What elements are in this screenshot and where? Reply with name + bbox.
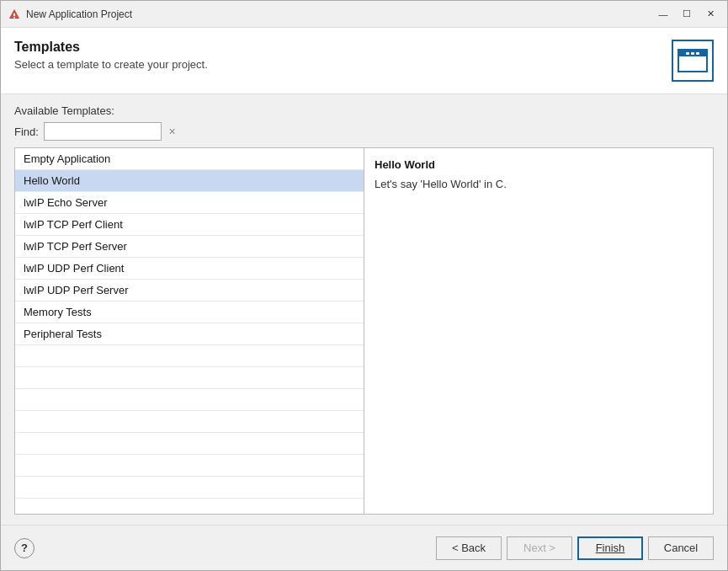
detail-title: Hello World bbox=[375, 158, 703, 171]
window-content: Templates Select a template to create yo… bbox=[1, 28, 727, 570]
footer-left: ? bbox=[14, 538, 35, 558]
list-item[interactable]: lwIP Echo Server bbox=[15, 192, 364, 214]
title-bar: New Application Project — ☐ ✕ bbox=[1, 1, 727, 28]
list-item[interactable]: lwIP UDP Perf Client bbox=[15, 258, 364, 280]
list-item[interactable]: lwIP UDP Perf Server bbox=[15, 280, 364, 302]
list-item[interactable]: Hello World bbox=[15, 170, 364, 192]
page-header: Templates Select a template to create yo… bbox=[1, 28, 727, 94]
list-item-empty bbox=[15, 455, 364, 477]
list-item-empty bbox=[15, 411, 364, 433]
list-item[interactable]: lwIP TCP Perf Client bbox=[15, 214, 364, 236]
find-clear-button[interactable]: ✕ bbox=[167, 126, 178, 137]
footer-buttons: < Back Next > Finish Cancel bbox=[436, 536, 714, 560]
page-body: Available Templates: Find: ✕ Empty Appli… bbox=[1, 94, 727, 525]
application-window: New Application Project — ☐ ✕ Templates … bbox=[0, 0, 728, 571]
template-detail: Hello World Let's say 'Hello World' in C… bbox=[364, 148, 713, 514]
available-templates-label: Available Templates: bbox=[14, 104, 714, 117]
list-item[interactable]: lwIP TCP Perf Server bbox=[15, 236, 364, 258]
header-text: Templates Select a template to create yo… bbox=[14, 40, 663, 71]
maximize-button[interactable]: ☐ bbox=[677, 6, 697, 23]
template-list: Empty ApplicationHello WorldlwIP Echo Se… bbox=[15, 148, 364, 514]
list-item-empty bbox=[15, 499, 364, 514]
window-icon-graphic bbox=[678, 49, 708, 72]
find-label: Find: bbox=[14, 125, 39, 138]
icon-bar bbox=[679, 51, 706, 56]
svg-rect-2 bbox=[13, 13, 15, 16]
window-title: New Application Project bbox=[26, 8, 653, 20]
page-subtitle: Select a template to create your project… bbox=[14, 58, 663, 71]
help-button[interactable]: ? bbox=[14, 538, 35, 558]
dialog-footer: ? < Back Next > Finish Cancel bbox=[1, 525, 727, 570]
list-item[interactable]: Peripheral Tests bbox=[15, 323, 364, 345]
app-icon bbox=[8, 8, 21, 21]
list-item-empty bbox=[15, 389, 364, 411]
list-item-empty bbox=[15, 345, 364, 367]
finish-button[interactable]: Finish bbox=[577, 536, 643, 560]
icon-dot-2 bbox=[691, 52, 694, 55]
cancel-button[interactable]: Cancel bbox=[648, 536, 714, 560]
back-button[interactable]: < Back bbox=[436, 536, 502, 560]
list-item-empty bbox=[15, 433, 364, 455]
icon-dot-1 bbox=[686, 52, 689, 55]
template-panels: Empty ApplicationHello WorldlwIP Echo Se… bbox=[14, 147, 714, 515]
list-item-empty bbox=[15, 477, 364, 499]
find-input[interactable] bbox=[44, 122, 162, 141]
window-controls: — ☐ ✕ bbox=[653, 6, 720, 23]
icon-dot-3 bbox=[696, 52, 699, 55]
list-item[interactable]: Memory Tests bbox=[15, 302, 364, 323]
detail-description: Let's say 'Hello World' in C. bbox=[375, 178, 703, 190]
find-row: Find: ✕ bbox=[14, 122, 714, 141]
list-item-empty bbox=[15, 367, 364, 389]
svg-rect-3 bbox=[13, 17, 15, 19]
minimize-button[interactable]: — bbox=[653, 6, 673, 23]
close-button[interactable]: ✕ bbox=[700, 6, 720, 23]
header-icon bbox=[672, 40, 714, 82]
next-button[interactable]: Next > bbox=[507, 536, 572, 560]
list-item[interactable]: Empty Application bbox=[15, 148, 364, 170]
page-title: Templates bbox=[14, 40, 663, 55]
